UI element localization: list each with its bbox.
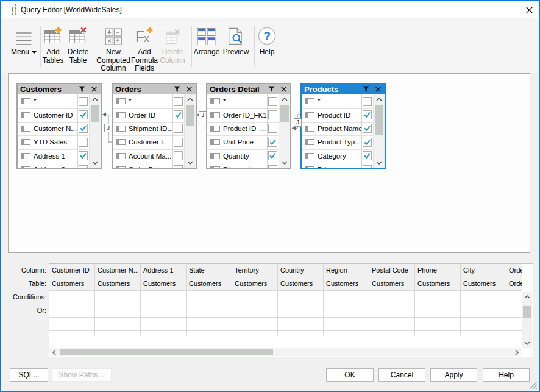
table-card-customers[interactable]: Customers *Customer ID Customer N... YTD… xyxy=(16,83,102,169)
field-row[interactable]: Product Name xyxy=(302,122,374,136)
grid-cell-table[interactable]: Customers xyxy=(415,277,461,291)
grid-cell-empty[interactable] xyxy=(278,331,324,336)
grid-cell-empty[interactable] xyxy=(324,291,369,304)
grid-cell-empty[interactable] xyxy=(461,331,506,336)
grid-cell-empty[interactable] xyxy=(95,331,141,336)
join-badge[interactable]: J xyxy=(104,124,112,132)
grid-cell-column[interactable]: Address 1 xyxy=(141,264,187,277)
field-checkbox[interactable] xyxy=(174,165,183,168)
grid-cell-table[interactable]: Customers xyxy=(95,277,141,291)
grid-cell-empty[interactable] xyxy=(369,331,415,336)
scrollbar-thumb[interactable] xyxy=(280,105,289,122)
scroll-down-icon[interactable] xyxy=(524,341,530,345)
scroll-right-icon[interactable] xyxy=(515,349,519,355)
field-list-scrollbar[interactable] xyxy=(279,94,290,168)
grid-cell-empty[interactable] xyxy=(278,291,324,304)
help-button[interactable]: ?Help xyxy=(258,22,276,57)
grid-cell-empty[interactable] xyxy=(187,304,232,318)
grid-cell-table[interactable]: Customers xyxy=(49,277,95,291)
scroll-up-icon[interactable] xyxy=(524,295,530,299)
grid-cell-empty[interactable] xyxy=(506,291,522,304)
grid-cell-column[interactable]: Customer ID xyxy=(49,264,95,277)
field-row[interactable]: Order ID_FK1 xyxy=(207,108,279,122)
field-checkbox[interactable] xyxy=(363,124,372,133)
field-row[interactable]: Address 1 xyxy=(18,149,90,163)
grid-cell-column[interactable]: Region xyxy=(324,264,369,277)
table-filter-icon[interactable] xyxy=(267,85,275,93)
grid-cell-table[interactable]: Customers xyxy=(324,277,369,291)
table-card-header[interactable]: Products xyxy=(302,84,385,94)
grid-cell-table[interactable]: Customers xyxy=(369,277,415,291)
field-list-scrollbar[interactable] xyxy=(373,94,385,168)
grid-cell-empty[interactable] xyxy=(232,304,278,318)
grid-cell-empty[interactable] xyxy=(49,291,95,304)
table-card-orders-detail[interactable]: Orders Detail *Order ID_FK1Product ID_..… xyxy=(206,83,291,169)
grid-cell-table[interactable]: Customers xyxy=(232,277,278,291)
field-checkbox[interactable] xyxy=(268,151,277,160)
field-row[interactable]: Unit Price xyxy=(207,135,279,149)
field-checkbox[interactable] xyxy=(268,165,277,168)
grid-cell-empty[interactable] xyxy=(506,331,522,336)
grid-cell-empty[interactable] xyxy=(49,331,95,336)
table-card-header[interactable]: Orders Detail xyxy=(207,84,290,94)
grid-cell-empty[interactable] xyxy=(232,331,278,336)
grid-cell-table[interactable]: Customers xyxy=(187,277,232,291)
field-row[interactable]: YTD Sales xyxy=(18,135,90,149)
grid-cell-column[interactable]: City xyxy=(461,264,506,277)
scroll-up-icon[interactable] xyxy=(282,98,288,101)
scrollbar-thumb[interactable] xyxy=(91,105,99,122)
field-row[interactable]: * xyxy=(302,94,374,109)
table-card-header[interactable]: Orders xyxy=(113,84,196,94)
field-row[interactable]: Quantity xyxy=(207,149,279,163)
field-checkbox[interactable] xyxy=(174,97,183,106)
scroll-down-icon[interactable] xyxy=(282,161,288,165)
grid-cell-empty[interactable] xyxy=(506,318,522,331)
new-computed-column-button[interactable]: New Computed Column xyxy=(96,22,130,73)
table-close-icon[interactable] xyxy=(90,85,98,93)
help-button[interactable]: Help xyxy=(483,368,530,382)
scrollbar-thumb[interactable] xyxy=(375,105,383,135)
grid-cell-empty[interactable] xyxy=(187,291,232,304)
field-checkbox[interactable] xyxy=(268,97,277,106)
grid-cell-empty[interactable] xyxy=(187,331,232,336)
field-row[interactable]: Product ID_... xyxy=(207,122,279,136)
grid-cell-empty[interactable] xyxy=(324,304,369,318)
grid-cell-table[interactable]: Customers xyxy=(141,277,187,291)
field-checkbox[interactable] xyxy=(363,138,372,147)
field-checkbox[interactable] xyxy=(268,110,277,119)
cancel-button[interactable]: Cancel xyxy=(378,368,425,382)
field-row[interactable]: Account Ma... xyxy=(113,149,185,163)
add-tables-button[interactable]: Add Tables xyxy=(43,22,64,65)
join-badge[interactable]: J xyxy=(199,111,207,119)
grid-cell-empty[interactable] xyxy=(95,304,141,318)
scroll-up-icon[interactable] xyxy=(376,98,382,101)
table-close-icon[interactable] xyxy=(374,85,382,93)
field-checkbox[interactable] xyxy=(363,110,372,119)
scroll-down-icon[interactable] xyxy=(92,161,98,165)
grid-cell-empty[interactable] xyxy=(95,291,141,304)
scroll-down-icon[interactable] xyxy=(187,161,193,165)
grid-cell-empty[interactable] xyxy=(278,318,324,331)
field-list-scrollbar[interactable] xyxy=(89,94,101,168)
scroll-down-icon[interactable] xyxy=(376,161,382,165)
grid-cell-empty[interactable] xyxy=(324,318,369,331)
grid-cell-empty[interactable] xyxy=(141,318,187,331)
field-checkbox[interactable] xyxy=(79,138,88,147)
field-row[interactable]: Product Typ... xyxy=(302,135,374,149)
grid-cell-empty[interactable] xyxy=(415,291,461,304)
table-card-orders[interactable]: Orders *Order ID Shipment ID...Customer … xyxy=(112,83,197,169)
grid-cell-empty[interactable] xyxy=(415,304,461,318)
grid-cell-empty[interactable] xyxy=(506,304,522,318)
field-row[interactable]: * xyxy=(207,94,279,109)
field-row[interactable]: Order Date xyxy=(113,163,185,168)
field-row[interactable]: Order ID xyxy=(113,108,185,122)
grid-cell-empty[interactable] xyxy=(232,318,278,331)
grid-cell-column[interactable]: Postal Code xyxy=(369,264,415,277)
preview-button[interactable]: Preview xyxy=(223,22,249,57)
field-checkbox[interactable] xyxy=(79,151,88,160)
grid-cell-empty[interactable] xyxy=(369,291,415,304)
field-row[interactable]: Price xyxy=(302,163,374,168)
grid-cell-column[interactable]: Order ID xyxy=(506,264,522,277)
grid-cell-column[interactable]: Phone xyxy=(415,264,461,277)
delete-table-button[interactable]: Delete Table xyxy=(68,22,89,65)
